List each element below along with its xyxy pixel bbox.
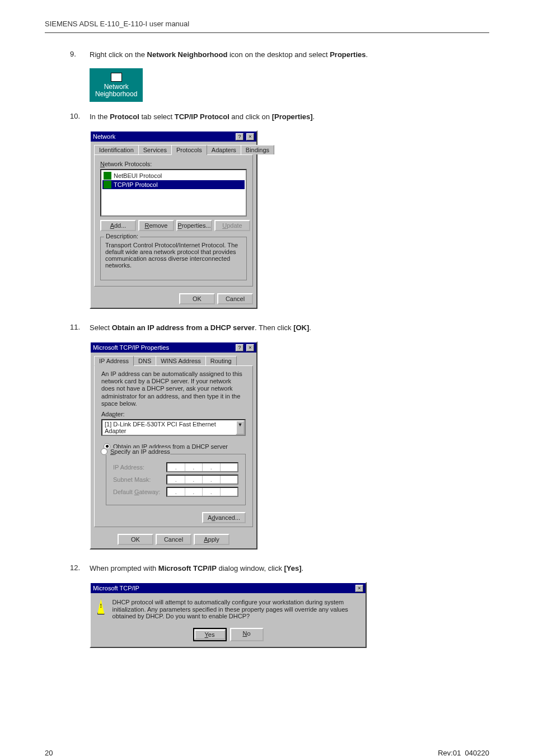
help-icon[interactable]: ?: [236, 344, 243, 351]
tab-routing[interactable]: Routing: [205, 356, 237, 365]
tab-ipaddress[interactable]: IP Address: [94, 356, 134, 366]
protocols-label: Network Protocols:: [100, 161, 247, 167]
no-button[interactable]: No: [230, 628, 264, 641]
list-item-netbeui[interactable]: NetBEUI Protocol: [102, 171, 245, 180]
ip-address-input: ...: [166, 462, 238, 472]
description-text: Transport Control Protocol/Internet Prot…: [105, 242, 242, 275]
tab-services[interactable]: Services: [138, 145, 172, 154]
cancel-button[interactable]: Cancel: [156, 534, 191, 545]
step-12: 12. When prompted with Microsoft TCP/IP …: [70, 564, 489, 574]
tab-adapters[interactable]: Adapters: [207, 145, 241, 154]
network-dialog: Network ? × Identification Services Prot…: [90, 130, 257, 309]
network-pane: Network Protocols: NetBEUI Protocol TCP/…: [94, 154, 253, 287]
ip-address-label: IP Address:: [113, 464, 166, 471]
tcpip-note: An IP address can be automatically assig…: [95, 368, 252, 411]
apply-button[interactable]: Apply: [194, 534, 229, 545]
computer-icon: [111, 73, 122, 82]
default-gateway-label: Default Gateway:: [113, 489, 166, 495]
tab-identification[interactable]: Identification: [94, 145, 139, 154]
tcpip-titlebar: Microsoft TCP/IP Properties ? ×: [91, 342, 256, 353]
help-icon[interactable]: ?: [236, 133, 243, 140]
step-9-num: 9.: [70, 50, 90, 60]
protocols-listbox[interactable]: NetBEUI Protocol TCP/IP Protocol: [100, 169, 247, 217]
add-button[interactable]: Add...: [100, 220, 136, 231]
revision: Rev:01_040220: [438, 749, 489, 756]
subnet-mask-input: ...: [166, 475, 238, 485]
step-11: 11. Select Obtain an IP address from a D…: [70, 323, 489, 333]
tcpip-tabs: IP Address DNS WINS Address Routing: [91, 353, 256, 365]
msgbox-title: Microsoft TCP/IP: [93, 585, 139, 591]
msgbox-text: DHCP protocol will attempt to automatica…: [113, 599, 359, 620]
close-icon[interactable]: ×: [246, 133, 254, 140]
step-12-num: 12.: [70, 564, 90, 574]
subnet-mask-label: Subnet Mask:: [113, 476, 166, 483]
tcpip-pane: An IP address can be automatically assig…: [94, 365, 253, 527]
remove-button[interactable]: Remove: [138, 220, 174, 231]
step-9: 9. Right click on the Network Neighborho…: [70, 50, 489, 60]
ok-button[interactable]: OK: [118, 534, 153, 545]
msgbox-dialog: Microsoft TCP/IP × DHCP protocol will at…: [90, 582, 367, 648]
radio-icon: [101, 448, 107, 455]
gateway-input: ...: [166, 487, 238, 497]
page-header: SIEMENS ADSL E-110_E-110-I user manual: [45, 20, 489, 33]
adapter-label: Adapter:: [101, 411, 246, 417]
description-legend: Description:: [104, 233, 140, 240]
ok-button[interactable]: OK: [179, 293, 215, 304]
radio-specify-ip[interactable]: Specify an IP address: [101, 448, 170, 455]
advanced-button[interactable]: Advanced...: [202, 512, 246, 523]
msgbox-titlebar: Microsoft TCP/IP ×: [91, 583, 366, 593]
step-10: 10. In the Protocol tab select TCP/IP Pr…: [70, 112, 489, 122]
step-11-text: Select Obtain an IP address from a DHCP …: [90, 323, 311, 333]
yes-button[interactable]: Yes: [193, 628, 227, 641]
step-10-text: In the Protocol tab select TCP/IP Protoc…: [90, 112, 315, 122]
description-fieldset: Description: Transport Control Protocol/…: [100, 237, 247, 280]
tab-dns[interactable]: DNS: [133, 356, 156, 365]
page-footer: 20 Rev:01_040220: [45, 749, 489, 756]
update-button: Update: [214, 220, 250, 231]
tab-bindings[interactable]: Bindings: [241, 145, 274, 154]
tab-protocols[interactable]: Protocols: [171, 145, 207, 155]
step-11-num: 11.: [70, 323, 90, 333]
close-icon[interactable]: ×: [246, 344, 254, 351]
network-title: Network: [93, 133, 115, 140]
protocol-icon: [104, 181, 111, 189]
step-10-num: 10.: [70, 112, 90, 122]
cancel-button[interactable]: Cancel: [217, 293, 253, 304]
page-number: 20: [45, 749, 53, 756]
properties-button[interactable]: Properties...: [176, 220, 212, 231]
chevron-down-icon[interactable]: ▼: [236, 420, 245, 435]
step-9-text: Right click on the Network Neighborhood …: [90, 50, 368, 60]
tcpip-title: Microsoft TCP/IP Properties: [93, 344, 169, 351]
adapter-dropdown[interactable]: [1] D-Link DFE-530TX PCI Fast Ethernet A…: [101, 419, 246, 436]
network-titlebar: Network ? ×: [91, 132, 256, 142]
step-12-text: When prompted with Microsoft TCP/IP dial…: [90, 564, 303, 574]
network-tabs: Identification Services Protocols Adapte…: [91, 142, 256, 154]
tcpip-dialog: Microsoft TCP/IP Properties ? × IP Addre…: [90, 341, 257, 550]
nn-label-2: Neighborhood: [95, 91, 137, 98]
close-icon[interactable]: ×: [355, 585, 363, 592]
adapter-value: [1] D-Link DFE-530TX PCI Fast Ethernet A…: [102, 420, 236, 435]
tab-wins[interactable]: WINS Address: [156, 356, 206, 365]
protocol-icon: [104, 172, 111, 180]
list-item-tcpip[interactable]: TCP/IP Protocol: [102, 180, 245, 189]
network-neighborhood-icon: Network Neighborhood: [90, 68, 143, 101]
specify-ip-group: Specify an IP address IP Address:... Sub…: [106, 454, 246, 505]
warning-icon: [97, 599, 105, 614]
